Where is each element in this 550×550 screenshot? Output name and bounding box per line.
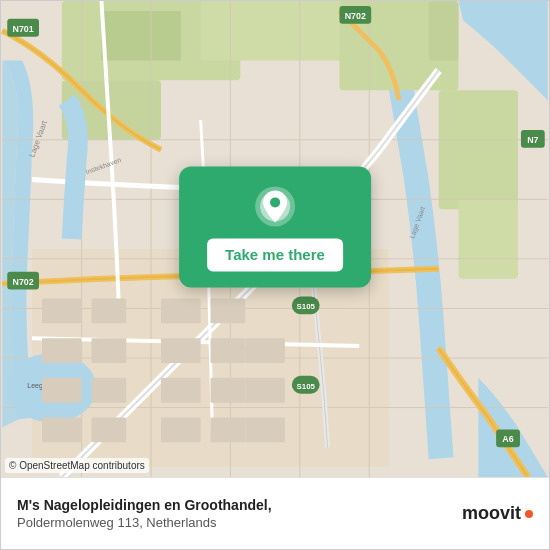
svg-rect-56 — [245, 378, 285, 403]
svg-rect-8 — [458, 199, 517, 278]
moovit-logo: moovit — [462, 503, 533, 524]
svg-rect-41 — [92, 299, 127, 324]
moovit-dot — [525, 510, 533, 518]
footer: M's Nagelopleidingen en Groothandel, Pol… — [1, 477, 549, 549]
svg-point-61 — [270, 197, 280, 207]
svg-text:N7: N7 — [527, 135, 538, 145]
svg-rect-4 — [101, 11, 180, 61]
svg-rect-2 — [201, 1, 360, 61]
svg-text:N702: N702 — [345, 11, 366, 21]
svg-rect-55 — [211, 418, 246, 443]
svg-rect-6 — [429, 1, 459, 61]
svg-rect-51 — [92, 378, 127, 403]
footer-text: M's Nagelopleidingen en Groothandel, Pol… — [17, 497, 272, 530]
svg-rect-57 — [245, 418, 285, 443]
moovit-text: moovit — [462, 503, 521, 524]
svg-rect-58 — [245, 338, 285, 363]
osm-attribution: © OpenStreetMap contributors — [5, 458, 149, 473]
svg-text:A6: A6 — [502, 434, 513, 444]
svg-rect-40 — [42, 299, 82, 324]
svg-rect-7 — [439, 90, 518, 209]
svg-text:N702: N702 — [12, 277, 33, 287]
business-address: Poldermolenweg 113, Netherlands — [17, 515, 272, 530]
map-area: N701 N702 N702 S105 S105 A6 N7 Lage Vaar… — [1, 1, 549, 477]
svg-rect-47 — [211, 338, 246, 363]
take-me-there-button[interactable]: Take me there — [207, 238, 343, 271]
svg-rect-42 — [42, 338, 82, 363]
svg-text:S105: S105 — [296, 382, 315, 391]
svg-text:S105: S105 — [296, 302, 315, 311]
main-container: N701 N702 N702 S105 S105 A6 N7 Lage Vaar… — [0, 0, 550, 550]
svg-rect-49 — [211, 378, 246, 403]
svg-rect-53 — [92, 418, 127, 443]
svg-text:N701: N701 — [12, 24, 33, 34]
map-pin-card: Take me there — [179, 166, 371, 287]
svg-rect-43 — [92, 338, 127, 363]
svg-rect-54 — [161, 418, 201, 443]
svg-rect-52 — [42, 418, 82, 443]
svg-rect-45 — [211, 299, 246, 324]
svg-rect-50 — [42, 378, 82, 403]
svg-rect-48 — [161, 378, 201, 403]
svg-rect-44 — [161, 299, 201, 324]
business-name: M's Nagelopleidingen en Groothandel, — [17, 497, 272, 513]
svg-rect-46 — [161, 338, 201, 363]
take-me-there-container: Take me there — [179, 166, 371, 287]
location-pin-icon — [253, 184, 297, 228]
